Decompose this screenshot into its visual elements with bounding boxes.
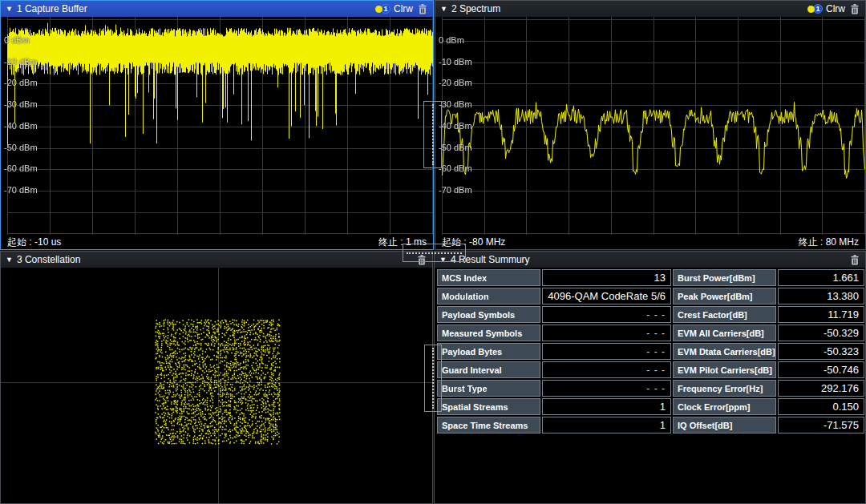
x-stop-label: 终止 : 80 MHz [799,236,859,249]
result-label-cell: EVM Dtata Carriers[dB] [673,343,776,360]
panel-result-summary: ▼ 4 Result Summury MCS Index13Burst Powe… [434,251,866,504]
spectrum-trace [435,17,865,235]
result-label-cell: Modulation [437,288,540,304]
result-value-cell: 0.150 [778,398,864,415]
collapse-icon[interactable]: ▼ [440,5,447,13]
result-label-cell: Spatial Streams [437,398,540,415]
panel-constellation: ▼ 3 Constellation [0,251,433,504]
result-label-cell: Payload Bytes [437,343,540,360]
result-label-cell: MCS Index [437,269,540,286]
result-summary-header[interactable]: ▼ 4 Result Summury [435,252,865,268]
capture-buffer-header[interactable]: ▼ 1 Capture Buffer 1 Clrw [1,1,433,17]
trash-icon [851,4,859,14]
constellation-title: 3 Constellation [17,254,80,265]
capture-buffer-title: 1 Capture Buffer [17,3,87,14]
constellation-header[interactable]: ▼ 3 Constellation [1,252,432,268]
trace-badge[interactable]: 1 Clrw [807,3,845,14]
result-value-cell: 13.380 [778,288,864,304]
delete-window-button[interactable] [849,254,860,266]
result-label-cell: EVM Pilot Carriers[dB] [673,361,776,378]
result-label-cell: IQ Offset[dB] [673,417,776,433]
trace-mode-label: Clrw [826,3,845,14]
result-value-cell: -71.575 [778,417,864,433]
top-panels-splitter-handle[interactable] [423,101,442,168]
panel-capture-buffer: ▼ 1 Capture Buffer 1 Clrw 0 [0,0,434,250]
collapse-icon[interactable]: ▼ [6,256,13,264]
result-value-cell: 4096-QAM CodeRate 5/6 [542,288,671,304]
spectrum-plot[interactable]: 0 dBm-10 dBm-20 dBm-30 dBm-40 dBm-50 dBm… [435,17,865,235]
bottom-panels-splitter-handle[interactable] [424,345,442,412]
result-value-cell: -50.323 [778,343,864,360]
trace-color-icon [375,6,382,13]
result-value-cell: 13 [542,269,671,286]
result-label-cell: EVM All Carriers[dB] [673,325,776,341]
collapse-icon[interactable]: ▼ [6,5,13,13]
result-value-cell: - - - [542,306,671,323]
panel-spectrum: ▼ 2 Spectrum 1 Clrw 0 dBm-1 [435,0,866,250]
result-value-cell: 1.661 [778,269,864,286]
result-label-cell: Burst Power[dBm] [673,269,776,286]
result-value-cell: 11.719 [778,306,864,323]
trash-icon [851,255,859,265]
capture-buffer-footer: 起始 : -10 us 终止 : 1 ms [1,235,433,249]
spectrum-header[interactable]: ▼ 2 Spectrum 1 Clrw [435,1,865,17]
result-label-cell: Space Time Streams [437,417,540,433]
result-label-cell: Measured Symbols [437,325,540,341]
trace-badge[interactable]: 1 Clrw [375,3,413,14]
result-label-cell: Guard Interval [437,361,540,378]
result-value-cell: -50.746 [778,361,864,378]
result-value-cell: 1 [542,417,671,433]
x-start-label: 起始 : -10 us [7,236,61,249]
result-label-cell: Peak Power[dBm] [673,288,776,304]
capture-buffer-plot[interactable]: 0 dBm-10 dBm-20 dBm-30 dBm-40 dBm-50 dBm… [1,17,433,235]
result-value-cell: -50.329 [778,325,864,341]
constellation-scatter [1,268,432,503]
spectrum-footer: 起始 : -80 MHz 终止 : 80 MHz [435,235,865,249]
result-label-cell: Frequency Error[Hz] [673,380,776,397]
trace-mode-label: Clrw [394,3,413,14]
result-value-cell: - - - [542,343,671,360]
trash-icon [419,4,427,14]
result-value-cell: - - - [542,325,671,341]
result-value-cell: 292.176 [778,380,864,397]
result-value-cell: - - - [542,361,671,378]
constellation-plot[interactable] [1,268,432,503]
delete-window-button[interactable] [417,3,428,15]
result-summary-table: MCS Index13Burst Power[dBm]1.661Modulati… [437,269,864,433]
result-label-cell: Clock Error[ppm] [673,398,776,415]
trace-color-icon [807,6,815,13]
spectrum-title: 2 Spectrum [451,3,500,14]
result-label-cell: Burst Type [437,380,540,397]
analyzer-screen: ▼ 1 Capture Buffer 1 Clrw 0 [0,0,866,504]
row-splitter-handle[interactable] [403,244,466,262]
result-value-cell: 1 [542,398,671,415]
delete-window-button[interactable] [849,3,860,15]
capture-buffer-trace [1,17,433,235]
result-value-cell: - - - [542,380,671,397]
result-label-cell: Crest Factor[dB] [673,306,776,323]
result-label-cell: Payload Symbols [437,306,540,323]
